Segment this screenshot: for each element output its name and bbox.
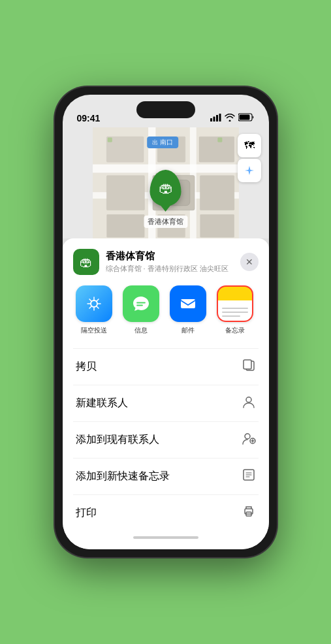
location-button[interactable] — [238, 159, 261, 182]
location-marker: 🏟 香港体育馆 — [144, 170, 187, 228]
notes-label: 备忘录 — [225, 326, 245, 335]
wifi-icon — [225, 114, 235, 123]
add-existing-label: 添加到现有联系人 — [76, 433, 159, 447]
mail-icon-wrap — [170, 285, 206, 322]
action-list: 拷贝 新建联系人 — [73, 348, 259, 531]
notes-lines — [222, 308, 248, 317]
svg-rect-11 — [106, 137, 144, 162]
place-name: 香港体育馆 — [106, 250, 234, 263]
marker-pin: 🏟 — [150, 170, 181, 206]
svg-rect-3 — [219, 114, 221, 121]
signal-icon — [210, 114, 221, 123]
status-icons — [210, 113, 255, 123]
airdrop-icon — [85, 295, 103, 313]
messages-icon-wrap — [123, 285, 159, 322]
stadium-icon: 🏟 — [159, 180, 173, 197]
action-add-existing[interactable]: 添加到现有联系人 — [73, 422, 259, 459]
app-item-messages[interactable]: 信息 — [120, 285, 162, 335]
place-info: 香港体育馆 综合体育馆 · 香港特别行政区 油尖旺区 — [106, 250, 234, 274]
app-item-airdrop[interactable]: 隔空投送 — [73, 285, 115, 335]
airdrop-icon-wrap — [76, 285, 112, 322]
phone-screen: 09:41 — [63, 95, 269, 549]
print-icon — [242, 504, 256, 522]
svg-rect-21 — [107, 138, 112, 142]
map-chip-icon: 出 — [152, 138, 158, 147]
svg-rect-0 — [210, 118, 212, 121]
mail-label: 邮件 — [181, 326, 195, 335]
action-copy[interactable]: 拷贝 — [73, 349, 259, 385]
map-type-icon: 🗺 — [244, 140, 255, 152]
notes-line-1 — [222, 308, 248, 309]
close-button[interactable]: ✕ — [240, 253, 259, 271]
action-new-contact[interactable]: 新建联系人 — [73, 385, 259, 422]
share-sheet: 🏟 香港体育馆 综合体育馆 · 香港特别行政区 油尖旺区 ✕ — [63, 238, 269, 549]
svg-point-31 — [245, 434, 250, 439]
print-label: 打印 — [76, 506, 97, 520]
copy-label: 拷贝 — [76, 360, 97, 374]
place-subtitle: 综合体育馆 · 香港特别行政区 油尖旺区 — [106, 264, 234, 274]
home-indicator-area — [73, 531, 259, 539]
svg-rect-13 — [199, 137, 234, 162]
app-item-mail[interactable]: 邮件 — [167, 285, 209, 335]
action-add-notes[interactable]: 添加到新快速备忘录 — [73, 459, 259, 495]
svg-rect-16 — [106, 176, 144, 210]
app-item-notes[interactable]: 备忘录 — [214, 285, 256, 335]
place-header: 🏟 香港体育馆 综合体育馆 · 香港特别行政区 油尖旺区 ✕ — [73, 249, 259, 275]
compass-icon — [244, 165, 255, 176]
svg-rect-5 — [239, 115, 249, 120]
place-icon: 🏟 — [73, 249, 99, 275]
add-notes-icon — [242, 468, 256, 485]
map-type-button[interactable]: 🗺 — [238, 134, 261, 157]
battery-icon — [238, 113, 255, 123]
add-existing-icon — [242, 431, 256, 449]
svg-rect-24 — [181, 299, 195, 308]
close-icon: ✕ — [245, 257, 253, 267]
svg-rect-1 — [213, 116, 215, 121]
map-label-chip: 出 南口 — [147, 137, 178, 148]
action-print[interactable]: 打印 — [73, 495, 259, 531]
copy-icon — [242, 358, 256, 376]
mail-icon — [178, 293, 198, 314]
notes-line-3 — [222, 315, 240, 317]
svg-rect-2 — [216, 115, 218, 121]
apps-row: 隔空投送 信息 — [73, 285, 259, 338]
map-controls: 🗺 — [238, 134, 261, 182]
new-contact-icon — [242, 394, 256, 412]
svg-rect-17 — [200, 176, 234, 210]
dynamic-island — [136, 101, 195, 118]
messages-icon — [131, 293, 151, 314]
airdrop-label: 隔空投送 — [81, 326, 107, 335]
svg-rect-29 — [244, 360, 251, 369]
notes-icon-wrap — [217, 285, 253, 322]
home-indicator — [133, 536, 198, 539]
map-area: 出 南口 🗺 🏟 香港体育馆 — [63, 127, 269, 238]
svg-rect-18 — [106, 214, 144, 237]
new-contact-label: 新建联系人 — [76, 396, 128, 410]
map-chip-text: 南口 — [160, 138, 173, 147]
svg-point-30 — [246, 397, 251, 402]
messages-label: 信息 — [134, 326, 148, 335]
phone-frame: 09:41 — [55, 87, 277, 557]
notes-line-2 — [222, 312, 248, 313]
svg-rect-20 — [200, 214, 234, 237]
marker-label: 香港体育馆 — [144, 216, 187, 228]
svg-rect-22 — [217, 138, 222, 142]
status-time: 09:41 — [77, 113, 101, 123]
add-notes-label: 添加到新快速备忘录 — [76, 470, 170, 483]
